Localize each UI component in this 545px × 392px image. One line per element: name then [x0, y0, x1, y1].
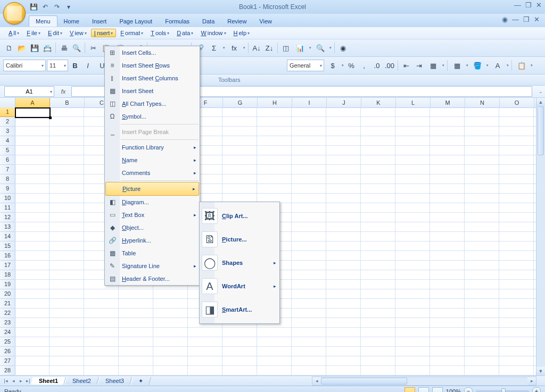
column-header[interactable]: I: [292, 98, 327, 107]
column-header[interactable]: H: [258, 98, 292, 107]
font-name-combo[interactable]: Calibri: [3, 60, 46, 71]
submenu-item-smartart[interactable]: ◨SmartArt...: [200, 298, 279, 321]
format-button[interactable]: %: [345, 60, 357, 71]
row-header[interactable]: 21: [0, 299, 15, 308]
menu-window[interactable]: Window ▾: [197, 29, 229, 37]
column-header[interactable]: L: [396, 98, 431, 107]
qat-redo-icon[interactable]: ↷: [52, 2, 62, 12]
vertical-scroll-thumb[interactable]: [538, 106, 544, 155]
font-size-combo[interactable]: 11: [47, 60, 68, 71]
row-header[interactable]: 26: [0, 347, 15, 356]
row-header[interactable]: 16: [0, 251, 15, 261]
submenu-item-wordart[interactable]: AWordArt▸: [200, 274, 279, 298]
normal-view-button[interactable]: [404, 387, 415, 393]
zoom-level[interactable]: 100%: [446, 388, 461, 393]
menu-item-table[interactable]: ▦Table: [105, 247, 200, 260]
menu-format[interactable]: Format ▾: [117, 29, 146, 37]
toolbar-button[interactable]: 🗋: [3, 42, 15, 54]
ribbon-tab-page-layout[interactable]: Page Layout: [113, 16, 159, 27]
ribbon-tab-data[interactable]: Data: [196, 16, 221, 27]
fx-button[interactable]: fx: [57, 87, 69, 96]
toolbar-button[interactable]: Σ: [207, 42, 226, 54]
mdi-close-button[interactable]: ✕: [534, 15, 540, 23]
row-header[interactable]: 17: [0, 261, 15, 270]
vertical-scrollbar[interactable]: ▲ ▼: [536, 98, 545, 376]
menu-item-insert-sheet-columns[interactable]: ⫿Insert Sheet Columns: [105, 72, 200, 85]
horizontal-scroll-thumb[interactable]: [321, 378, 407, 385]
format-button[interactable]: ▦: [426, 60, 445, 71]
menu-item-signature-line[interactable]: ✎Signature Line▸: [105, 260, 200, 272]
format-button[interactable]: ⇤: [400, 60, 412, 71]
menu-item-comments[interactable]: Comments▸: [105, 166, 200, 179]
prev-sheet-button[interactable]: ◂: [10, 378, 17, 383]
scroll-down-button[interactable]: ▼: [536, 367, 545, 376]
office-button[interactable]: [3, 2, 26, 24]
format-button[interactable]: 📋: [514, 60, 533, 71]
row-header[interactable]: 19: [0, 280, 15, 289]
menu-data[interactable]: Data ▾: [174, 29, 196, 37]
scroll-left-button[interactable]: ◂: [312, 377, 321, 385]
format-button[interactable]: ⇥: [413, 60, 425, 71]
row-header[interactable]: 5: [0, 146, 15, 155]
column-header[interactable]: B: [50, 98, 85, 107]
menu-view[interactable]: View ▾: [67, 29, 90, 37]
toolbar-button[interactable]: Z↓: [263, 42, 275, 54]
row-header[interactable]: 28: [0, 366, 15, 376]
format-button[interactable]: B: [69, 60, 81, 71]
ribbon-tab-home[interactable]: Home: [57, 16, 86, 27]
toolbar-button[interactable]: ✂: [87, 42, 99, 54]
menu-file[interactable]: File ▾: [23, 29, 44, 37]
menu-item-insert-cells[interactable]: ⊞Insert Cells...: [105, 46, 200, 59]
mdi-restore-button[interactable]: ❐: [523, 15, 530, 23]
toolbar-button[interactable]: 💾: [29, 42, 40, 54]
toolbar-button[interactable]: 🔍: [313, 42, 332, 54]
zoom-slider-knob[interactable]: [501, 388, 506, 393]
submenu-item-picture[interactable]: 🖻Picture...: [200, 228, 279, 251]
format-button[interactable]: ▦: [450, 60, 469, 71]
zoom-in-button[interactable]: +: [532, 387, 541, 393]
toolbar-button[interactable]: ◫: [280, 42, 292, 54]
row-header[interactable]: 2: [0, 117, 15, 127]
insert-sheet-tab[interactable]: ✦: [130, 377, 151, 385]
row-header[interactable]: 1: [0, 107, 15, 117]
menu-edit[interactable]: Edit ▾: [45, 29, 65, 37]
menu-item-all-chart-types[interactable]: ◫All Chart Types...: [105, 97, 200, 110]
qat-customize-icon[interactable]: ▾: [64, 2, 73, 12]
row-header[interactable]: 10: [0, 194, 15, 203]
ribbon-tab-menu[interactable]: Menu: [29, 15, 57, 27]
ribbon-tab-review[interactable]: Review: [221, 16, 253, 27]
menu-item-insert-sheet[interactable]: ▦Insert Sheet: [105, 85, 200, 97]
menu-item-picture[interactable]: Picture▸: [105, 182, 199, 196]
row-header[interactable]: 24: [0, 328, 15, 337]
scroll-up-button[interactable]: ▲: [536, 98, 545, 106]
name-box[interactable]: A1: [4, 86, 54, 97]
ribbon-tab-insert[interactable]: Insert: [86, 16, 113, 27]
help-icon[interactable]: ◉: [502, 15, 508, 23]
ribbon-tab-view[interactable]: View: [253, 16, 278, 27]
number-format-combo[interactable]: General: [287, 60, 324, 71]
zoom-out-button[interactable]: −: [464, 387, 473, 393]
ribbon-tab-formulas[interactable]: Formulas: [159, 16, 196, 27]
sheet-tab[interactable]: Sheet2: [64, 377, 99, 385]
toolbar-button[interactable]: ◉: [337, 42, 349, 54]
submenu-item-shapes[interactable]: ◯Shapes▸: [200, 251, 279, 274]
horizontal-scrollbar[interactable]: ◂ ▸: [312, 377, 536, 386]
toolbar-button[interactable]: 🖶: [58, 42, 70, 54]
format-button[interactable]: 🪣: [470, 60, 489, 71]
format-button[interactable]: .00: [384, 60, 395, 71]
menu-item-text-box[interactable]: ▭Text Box▸: [105, 208, 200, 221]
column-header[interactable]: M: [431, 98, 465, 107]
column-header[interactable]: J: [327, 98, 361, 107]
row-header[interactable]: 27: [0, 356, 15, 366]
toolbar-button[interactable]: 📇: [42, 42, 53, 54]
menu-item-header-footer[interactable]: ▤Header & Footer...: [105, 272, 200, 285]
page-break-view-button[interactable]: [432, 387, 443, 393]
page-layout-view-button[interactable]: [418, 387, 429, 393]
row-header[interactable]: 18: [0, 270, 15, 280]
mdi-minimize-button[interactable]: —: [512, 15, 519, 23]
row-header[interactable]: 4: [0, 136, 15, 146]
row-header[interactable]: 7: [0, 165, 15, 174]
toolbar-button[interactable]: 📂: [16, 42, 28, 54]
menu-item-hyperlink[interactable]: 🔗Hyperlink...: [105, 234, 200, 247]
row-header[interactable]: 22: [0, 308, 15, 318]
